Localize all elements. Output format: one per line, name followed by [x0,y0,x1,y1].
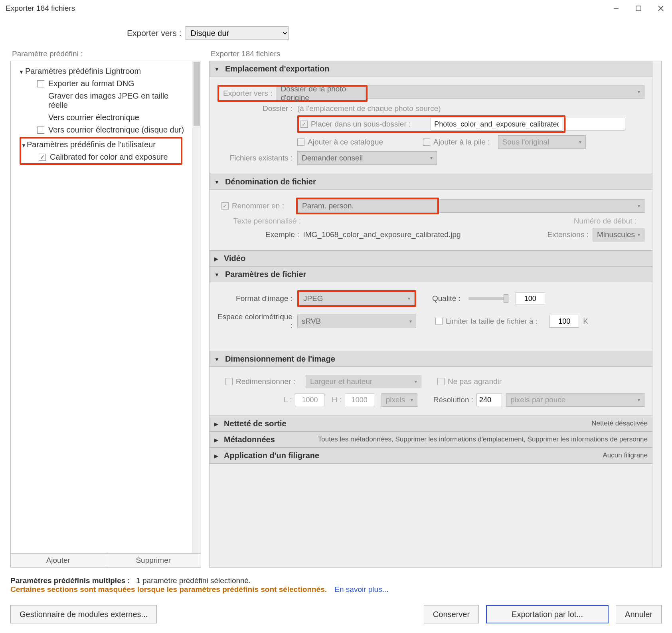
chevron-down-icon: ▾ [579,139,581,145]
width-input[interactable] [295,394,324,406]
resize-label: Redimensionner : [236,377,295,386]
extensions-label: Extensions : [547,230,589,239]
chevron-down-icon: ▾ [415,379,417,384]
colorspace-label: Espace colorimétrique : [217,313,297,330]
checkbox-icon[interactable] [37,80,44,87]
preset-scrollbar[interactable] [192,61,201,553]
no-enlarge-checkbox[interactable] [437,378,445,385]
limit-filesize-checkbox[interactable] [435,318,443,325]
sharpen-summary: Netteté désactivée [591,419,648,427]
add-catalog-label: Ajouter à ce catalogue [308,138,383,146]
resolution-label: Résolution : [433,396,473,404]
metadata-summary: Toutes les métadonnées, Supprimer les in… [318,435,648,443]
folder-value: (à l'emplacement de chaque photo source) [297,104,441,113]
batch-export-button[interactable]: Exportation par lot... [486,605,609,623]
rename-label: Renommer en : [232,202,284,210]
image-format-select[interactable]: JPEG ▾ [299,292,415,305]
add-stack-checkbox[interactable] [423,138,430,146]
remove-preset-button[interactable]: Supprimer [106,554,201,567]
export-to-label: Exporter vers : [127,28,182,38]
extensions-select[interactable]: Minuscules ▾ [593,228,644,241]
chevron-down-icon: ▾ [638,397,640,403]
custom-text-label: Texte personnalisé : [233,217,301,226]
preset-group-lightroom[interactable]: ▼ Paramètres prédéfinis Lightroom [11,65,192,77]
window-close-button[interactable] [650,0,672,17]
preset-item-email[interactable]: Vers courrier électronique [11,111,192,124]
limit-filesize-input[interactable] [549,315,579,328]
window-titlebar: Exporter 184 fichiers [0,0,672,17]
add-preset-button[interactable]: Ajouter [11,554,106,567]
resize-checkbox[interactable] [225,378,233,385]
rename-template-select[interactable]: Param. person. [298,199,437,213]
example-label: Exemple : [265,230,299,239]
add-catalog-checkbox[interactable] [297,138,304,146]
section-header-sharpen[interactable]: ▶ Netteté de sortie Netteté désactivée [210,415,652,431]
rename-template-select-ext[interactable]: ▾ [439,199,644,213]
multi-preset-value: 1 paramètre prédéfini sélectionné. [136,576,251,585]
preset-item-burn-jpeg[interactable]: Graver des images JPEG en taille réelle [11,90,192,111]
checkbox-icon[interactable] [37,127,44,134]
section-header-metadata[interactable]: ▶ Métadonnées Toutes les métadonnées, Su… [210,431,652,447]
section-header-watermark[interactable]: ▶ Application d'un filigrane Aucun filig… [210,447,652,463]
window-title: Exporter 184 fichiers [6,4,75,13]
svg-rect-0 [636,6,641,11]
section-body-file: Format d'image : JPEG ▾ Qualité : [210,282,652,351]
learn-more-link[interactable]: En savoir plus... [334,585,388,593]
stack-position-select[interactable]: Sous l'original ▾ [498,135,586,149]
subfolder-checkbox[interactable] [300,121,308,128]
subfolder-input[interactable] [431,118,562,131]
section-header-location[interactable]: ▼ Emplacement d'exportation [210,61,652,77]
quality-slider[interactable] [468,297,508,300]
export-to-folder-select-ext[interactable]: ▾ [368,85,644,99]
checkbox-icon[interactable] [39,154,46,161]
preset-item-calibrated[interactable]: Calibrated for color and exposure [21,151,181,163]
tree-expand-icon: ▼ [19,69,24,75]
quality-input[interactable] [516,292,545,305]
panel-scrollbar[interactable] [652,61,661,567]
subfolder-input-ext[interactable] [565,118,625,131]
plugin-manager-button[interactable]: Gestionnaire de modules externes... [10,605,157,623]
section-header-sizing[interactable]: ▼ Dimensionnement de l'image [210,351,652,367]
example-value: IMG_1068_color_and_exposure_calibrated.j… [303,230,461,239]
slider-thumb[interactable] [504,294,508,303]
chevron-down-icon: ▾ [409,318,412,324]
existing-files-select[interactable]: Demander conseil ▾ [297,151,437,165]
window-minimize-button[interactable] [605,0,627,17]
add-stack-label: Ajouter à la pile : [433,138,490,146]
right-header: Exporter 184 fichiers [209,49,662,58]
limit-unit: K [583,317,588,326]
section-header-naming[interactable]: ▼ Dénomination de fichier [210,174,652,190]
section-header-video[interactable]: ▶ Vidéo [210,250,652,266]
chevron-down-icon: ▾ [430,155,433,161]
tree-collapse-icon: ▼ [214,66,219,72]
cancel-button[interactable]: Annuler [616,605,662,623]
section-header-file[interactable]: ▼ Paramètres de fichier [210,266,652,282]
section-body-sizing: Redimensionner : Largeur et hauteur ▾ Ne… [210,367,652,415]
height-label: H : [332,396,341,404]
preset-group-user[interactable]: ▼ Paramètres prédéfinis de l'utilisateur [21,138,181,151]
height-input[interactable] [345,394,374,406]
hidden-sections-note: Certaines sections sont masquées lorsque… [10,585,327,593]
preset-tree[interactable]: ▼ Paramètres prédéfinis Lightroom Export… [11,61,192,553]
size-unit-select[interactable]: pixels ▾ [381,393,417,407]
quality-label: Qualité : [432,294,461,303]
limit-filesize-label: Limiter la taille de fichier à : [446,317,538,326]
scrollbar-thumb[interactable] [194,62,200,126]
resize-mode-select[interactable]: Largeur et hauteur ▾ [306,375,421,388]
export-to-folder-select[interactable]: Dossier de la photo d'origine [277,87,366,100]
keep-button[interactable]: Conserver [424,605,479,623]
resolution-input[interactable] [476,394,502,406]
panel-stack: ▼ Emplacement d'exportation Exporter ver… [209,61,662,568]
section-body-naming: Renommer en : Param. person. ▾ [210,190,652,250]
rename-checkbox[interactable] [221,202,229,210]
colorspace-select[interactable]: sRVB ▾ [297,315,416,328]
preset-item-email-disk[interactable]: Vers courrier électronique (disque dur) [11,124,192,136]
export-to-select[interactable]: Disque dur [186,26,289,40]
start-number-label: Numéro de début : [574,217,636,226]
window-maximize-button[interactable] [627,0,650,17]
checkbox-icon [37,97,44,104]
chevron-down-icon: ▾ [638,232,640,237]
preset-item-export-dng[interactable]: Exporter au format DNG [11,77,192,90]
resolution-unit-select[interactable]: pixels par pouce ▾ [506,393,644,407]
tree-expand-icon: ▶ [214,453,218,459]
